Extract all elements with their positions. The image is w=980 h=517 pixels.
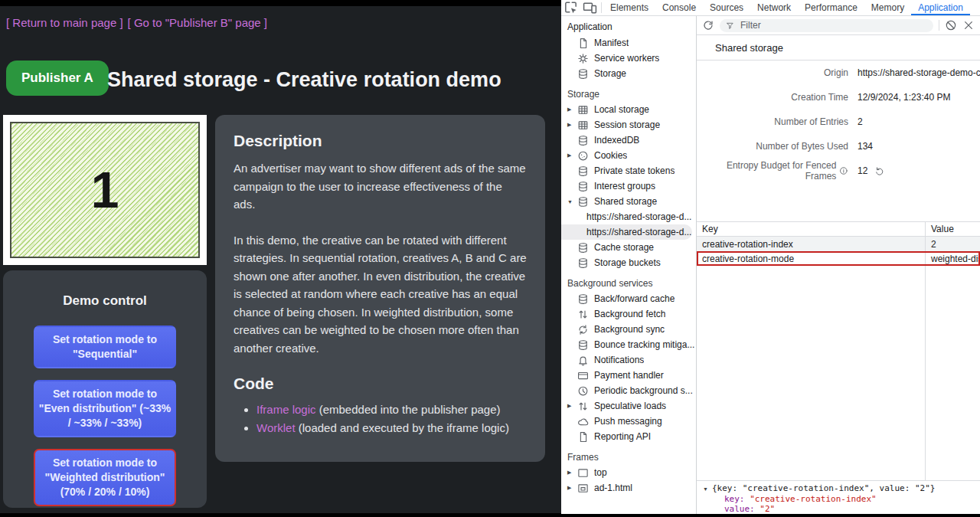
metadata-view: Originhttps://shared-storage-demo-coCrea… bbox=[697, 61, 980, 221]
devtools-tab-application[interactable]: Application bbox=[911, 0, 970, 15]
filter-box bbox=[720, 19, 933, 32]
sidebar-item-label: top bbox=[594, 467, 607, 478]
sidebar-item-background-fetch[interactable]: Background fetch bbox=[561, 306, 696, 322]
key-cell: creative-rotation-index bbox=[697, 237, 926, 251]
column-divider bbox=[925, 266, 926, 480]
sidebar-item-label: Manifest bbox=[594, 38, 629, 48]
sidebar-item-cache-storage[interactable]: Cache storage bbox=[561, 240, 696, 255]
ad-creative-iframe[interactable]: 1 bbox=[3, 115, 207, 265]
metadata-label: Entropy Budget for Fenced Frames bbox=[697, 160, 848, 182]
application-sidebar: Application ManifestService workersStora… bbox=[561, 16, 697, 514]
sidebar-item-cookies[interactable]: ▶Cookies bbox=[561, 148, 696, 163]
sidebar-item-https-shared-storage-d[interactable]: https://shared-storage-d... bbox=[561, 224, 692, 240]
tree-collapsed-icon[interactable]: ▶ bbox=[567, 470, 577, 476]
db-icon bbox=[577, 293, 589, 305]
sidebar-item-storage-buckets[interactable]: Storage buckets bbox=[561, 255, 696, 270]
delete-selected-icon[interactable] bbox=[962, 19, 975, 31]
info-icon[interactable] bbox=[839, 166, 848, 175]
devtools-tab-network[interactable]: Network bbox=[750, 0, 798, 15]
demo-buttons: Set rotation mode to "Sequential"Set rot… bbox=[3, 326, 207, 506]
rotation-mode-button-even-distribution[interactable]: Set rotation mode to "Even distribution"… bbox=[34, 380, 176, 437]
devtools-tab-elements[interactable]: Elements bbox=[603, 0, 655, 15]
code-link-note: (loaded and executed by the iframe logic… bbox=[296, 421, 509, 434]
devtools-tab-performance[interactable]: Performance bbox=[798, 0, 864, 15]
metadata-label: Origin bbox=[697, 67, 848, 78]
sidebar-item-notifications[interactable]: Notifications bbox=[561, 352, 696, 368]
sidebar-item-background-sync[interactable]: Background sync bbox=[561, 322, 696, 337]
sync-icon bbox=[577, 324, 589, 335]
sidebar-item-interest-groups[interactable]: Interest groups bbox=[561, 178, 696, 194]
nav-link-return-to-main-page[interactable]: [ Return to main page ] bbox=[6, 16, 123, 29]
tree-collapsed-icon[interactable]: ▶ bbox=[567, 106, 577, 113]
db-icon bbox=[577, 165, 589, 177]
tree-collapsed-icon[interactable]: ▶ bbox=[567, 152, 577, 159]
metadata-value: 134 bbox=[858, 141, 873, 152]
sidebar-item-local-storage[interactable]: ▶Local storage bbox=[561, 102, 696, 117]
code-link-iframe-logic[interactable]: Iframe logic bbox=[256, 403, 316, 416]
table-row-creative-rotation-mode[interactable]: creative-rotation-modeweighted-distribut… bbox=[697, 251, 980, 266]
table-row-creative-rotation-index[interactable]: creative-rotation-index2 bbox=[697, 237, 980, 251]
sidebar-item-payment-handler[interactable]: Payment handler bbox=[561, 368, 696, 383]
tree-collapsed-icon[interactable]: ▶ bbox=[567, 122, 577, 128]
sidebar-item-top[interactable]: ▶top bbox=[561, 465, 696, 480]
metadata-label: Creation Time bbox=[697, 92, 848, 103]
sidebar-item-manifest[interactable]: Manifest bbox=[561, 35, 696, 51]
nav-link-go-to-publisher-b-page[interactable]: [ Go to "Publisher B" page ] bbox=[128, 16, 267, 29]
rotation-mode-button-sequential[interactable]: Set rotation mode to "Sequential" bbox=[34, 326, 176, 368]
value-column-header[interactable]: Value bbox=[926, 222, 980, 236]
devtools-tab-console[interactable]: Console bbox=[655, 0, 703, 15]
refresh-icon[interactable] bbox=[702, 19, 714, 31]
creative-number: 1 bbox=[91, 165, 119, 215]
code-link-worklet[interactable]: Worklet bbox=[256, 421, 296, 434]
sidebar-item-ad-1-html[interactable]: ▶ad-1.html bbox=[561, 480, 696, 496]
sidebar-item-label: Bounce tracking mitiga... bbox=[594, 339, 694, 350]
sidebar-item-reporting-api[interactable]: Reporting API bbox=[561, 429, 696, 444]
tree-collapsed-icon[interactable]: ▶ bbox=[567, 403, 577, 409]
key-column-header[interactable]: Key bbox=[697, 222, 926, 236]
sidebar-item-shared-storage[interactable]: ▼Shared storage bbox=[561, 194, 696, 209]
file-icon bbox=[577, 431, 589, 443]
reset-budget-icon[interactable] bbox=[874, 166, 884, 176]
value-cell: weighted-distribution bbox=[926, 251, 980, 266]
sidebar-item-indexeddb[interactable]: IndexedDB bbox=[561, 133, 696, 148]
publisher-badge: Publisher A bbox=[6, 61, 109, 96]
description-heading: Description bbox=[234, 132, 527, 150]
metadata-label: Number of Bytes Used bbox=[697, 141, 848, 152]
sidebar-item-bounce-tracking-mitiga[interactable]: Bounce tracking mitiga... bbox=[561, 337, 696, 352]
devtools-tab-memory[interactable]: Memory bbox=[864, 0, 911, 15]
metadata-row-entropy-budget-for-fenced-frames: Entropy Budget for Fenced Frames12 bbox=[697, 159, 980, 183]
nav-links: [ Return to main page ][ Go to "Publishe… bbox=[6, 16, 272, 29]
devices-icon[interactable] bbox=[580, 0, 599, 15]
tree-collapsed-icon[interactable]: ▶ bbox=[567, 485, 577, 491]
clock-icon bbox=[577, 385, 589, 397]
sidebar-section-storage: Storage bbox=[561, 87, 696, 102]
code-list: Iframe logic (embedded into the publishe… bbox=[234, 401, 527, 437]
sidebar-item-label: Local storage bbox=[594, 104, 649, 115]
sidebar-item-back-forward-cache[interactable]: Back/forward cache bbox=[561, 291, 696, 306]
expand-triangle-icon[interactable]: ▼ bbox=[703, 484, 712, 495]
clear-all-icon[interactable] bbox=[945, 19, 957, 31]
sidebar-item-private-state-tokens[interactable]: Private state tokens bbox=[561, 163, 696, 178]
sidebar-item-push-messaging[interactable]: Push messaging bbox=[561, 414, 696, 429]
shared-storage-title: Shared storage bbox=[697, 35, 980, 61]
tree-expanded-icon[interactable]: ▼ bbox=[567, 199, 577, 205]
sidebar-item-https-shared-storage-d[interactable]: https://shared-storage-d... bbox=[561, 209, 696, 224]
sidebar-item-periodic-background-s[interactable]: Periodic background s... bbox=[561, 383, 696, 398]
sidebar-item-storage[interactable]: Storage bbox=[561, 66, 696, 81]
sidebar-item-label: Session storage bbox=[594, 119, 660, 130]
rotation-mode-button-weighted-distribution[interactable]: Set rotation mode to "Weighted distribut… bbox=[34, 449, 176, 506]
toolbar-divider bbox=[939, 20, 939, 31]
gear-icon bbox=[577, 53, 589, 64]
sidebar-item-speculative-loads[interactable]: ▶Speculative loads bbox=[561, 398, 696, 414]
inspect-icon[interactable] bbox=[561, 0, 580, 15]
devtools-tab-sources[interactable]: Sources bbox=[703, 0, 750, 15]
preview-property: value: "2" bbox=[697, 504, 980, 514]
grid-icon bbox=[577, 119, 589, 131]
sidebar-item-service-workers[interactable]: Service workers bbox=[561, 51, 696, 66]
sidebar-item-session-storage[interactable]: ▶Session storage bbox=[561, 117, 696, 133]
key-value-table: KeyValuecreative-rotation-index2creative… bbox=[697, 221, 980, 266]
sidebar-item-label: Reporting API bbox=[594, 431, 651, 442]
tabbar-divider bbox=[601, 2, 602, 13]
sidebar-item-label: Periodic background s... bbox=[594, 385, 693, 396]
filter-input[interactable] bbox=[739, 19, 927, 31]
